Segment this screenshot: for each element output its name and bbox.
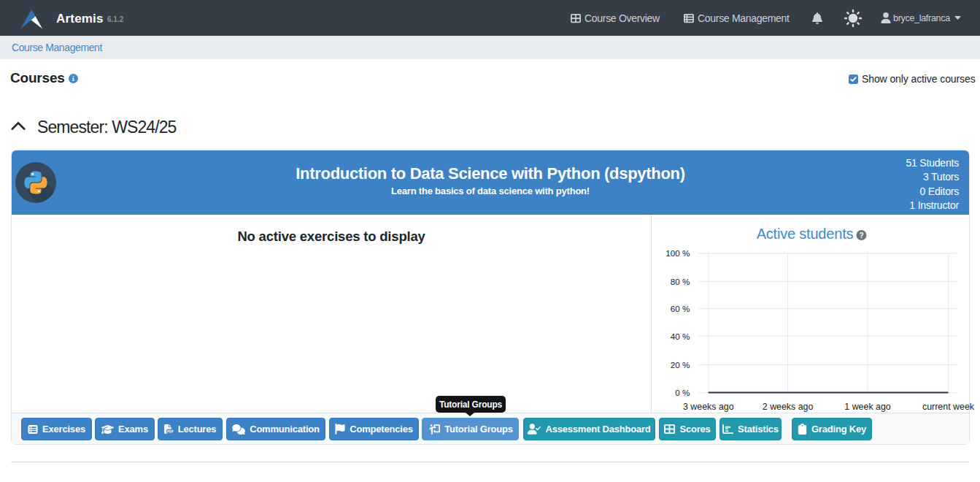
- svg-text:current week: current week: [922, 402, 975, 412]
- svg-text:40 %: 40 %: [671, 332, 690, 341]
- svg-text:80 %: 80 %: [671, 277, 690, 286]
- svg-text:100 %: 100 %: [665, 248, 690, 258]
- svg-text:?: ?: [859, 232, 863, 240]
- svg-text:60 %: 60 %: [671, 304, 690, 313]
- svg-text:Active students: Active students: [757, 226, 854, 242]
- svg-text:2 weeks ago: 2 weeks ago: [763, 402, 814, 412]
- svg-text:1 week ago: 1 week ago: [844, 402, 890, 412]
- svg-text:20 %: 20 %: [671, 360, 690, 370]
- svg-text:0 %: 0 %: [675, 388, 690, 397]
- svg-text:3 weeks ago: 3 weeks ago: [683, 402, 734, 412]
